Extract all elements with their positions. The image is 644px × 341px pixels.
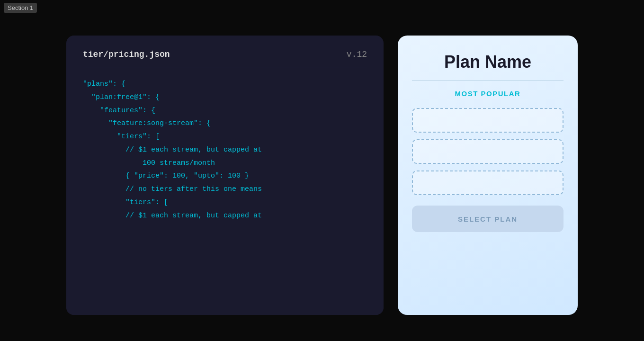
code-line: "tiers": [: [83, 130, 367, 144]
code-line: 100 streams/month: [83, 157, 367, 170]
code-line: "plan:free@1": {: [83, 91, 367, 104]
code-line: // no tiers after this one means: [83, 183, 367, 196]
code-filename: tier/pricing.json: [83, 50, 170, 59]
code-line: "plans": {: [83, 78, 367, 91]
code-header: tier/pricing.json v.12: [83, 50, 367, 68]
code-version: v.12: [347, 50, 367, 59]
plan-title: Plan Name: [444, 52, 531, 72]
code-line: // $1 each stream, but capped at: [83, 144, 367, 157]
main-layout: tier/pricing.json v.12 "plans": { "plan:…: [66, 36, 578, 315]
code-fade: [66, 277, 384, 315]
code-line: "feature:song-stream": {: [83, 117, 367, 130]
feature-box-2: [412, 139, 564, 164]
plan-feature-boxes: [412, 108, 564, 195]
code-line: "features": {: [83, 104, 367, 117]
plan-divider: [412, 81, 564, 81]
plan-card: Plan Name MOST POPULAR SELECT PLAN: [398, 36, 578, 315]
code-card: tier/pricing.json v.12 "plans": { "plan:…: [66, 36, 384, 315]
most-popular-badge: MOST POPULAR: [455, 90, 521, 98]
select-plan-button[interactable]: SELECT PLAN: [412, 206, 564, 232]
feature-box-1: [412, 108, 564, 133]
feature-box-3: [412, 170, 564, 195]
code-line: { "price": 100, "upto": 100 }: [83, 170, 367, 183]
code-line: // $1 each stream, but capped at: [83, 209, 367, 223]
section-badge: Section 1: [4, 3, 37, 13]
code-line: "tiers": [: [83, 196, 367, 209]
code-content: "plans": { "plan:free@1": { "features": …: [83, 78, 367, 222]
